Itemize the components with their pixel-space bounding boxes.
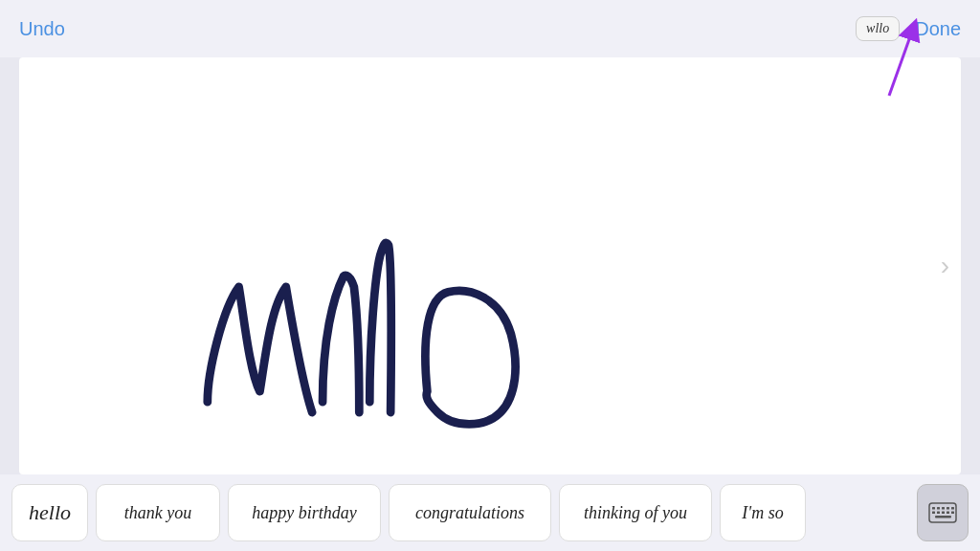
svg-rect-6 [951,507,954,510]
suggestion-congratulations[interactable]: congratulations [389,484,551,541]
svg-rect-9 [942,512,945,515]
suggestion-thank-you[interactable]: thank you [96,484,220,541]
svg-rect-8 [937,512,940,515]
top-right-controls: wllo Done [856,16,961,41]
svg-rect-7 [932,512,935,515]
svg-rect-4 [942,507,945,510]
done-button[interactable]: Done [915,18,961,40]
suggestion-happy-birthday[interactable]: happy birthday [228,484,381,541]
keyboard-icon [928,502,957,523]
svg-rect-5 [947,507,949,510]
keyboard-button[interactable] [917,484,969,541]
next-chevron[interactable]: › [941,251,949,281]
suggestion-thinking-of-you[interactable]: thinking of you [559,484,712,541]
top-bar: Undo wllo Done [0,0,980,57]
handwriting-preview-button[interactable]: wllo [856,16,900,41]
drawing-canvas[interactable]: › [19,57,961,474]
svg-rect-11 [951,512,954,515]
svg-rect-3 [937,507,940,510]
handwriting-display [19,57,961,474]
suggestions-bar: hello thank you happy birthday congratul… [0,474,980,551]
svg-rect-2 [932,507,935,510]
undo-button[interactable]: Undo [19,18,65,40]
suggestion-hello[interactable]: hello [11,484,88,541]
svg-rect-10 [947,512,949,515]
svg-rect-12 [935,516,951,518]
suggestion-im-so[interactable]: I'm so [720,484,806,541]
